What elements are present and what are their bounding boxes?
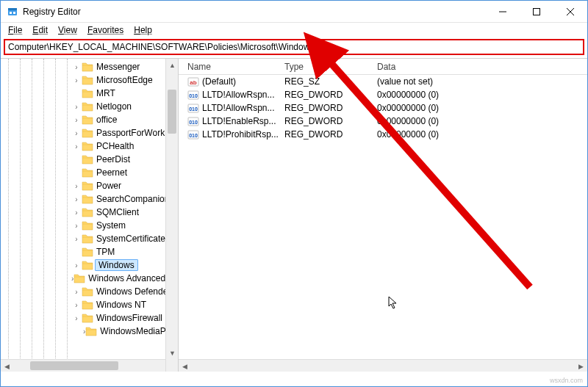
chevron-right-icon[interactable]: › (71, 63, 82, 71)
list-row[interactable]: 010LLTD!ProhibitRsp...REG_DWORD0x0000000… (179, 128, 587, 141)
close-button[interactable] (553, 1, 587, 22)
value-name-cell: 010LLTD!ProhibitRsp... (183, 129, 280, 140)
tree-item[interactable]: Peernet (1, 166, 178, 179)
tree-item[interactable]: ›SQMClient (1, 206, 178, 219)
svg-text:010: 010 (189, 106, 198, 112)
value-data-cell: 0x00000000 (0) (373, 90, 587, 100)
menubar: File Edit View Favorites Help (1, 23, 587, 37)
scroll-down-icon[interactable]: ▼ (166, 347, 179, 359)
chevron-right-icon[interactable]: › (71, 195, 82, 203)
tree-item[interactable]: TPM (1, 245, 178, 258)
tree: ›Messenger›MicrosoftEdgeMRT›Netlogon›off… (1, 59, 178, 338)
chevron-right-icon[interactable]: › (71, 261, 82, 270)
tree-item-label: WindowsFirewall (95, 313, 164, 323)
svg-text:010: 010 (189, 120, 198, 125)
chevron-right-icon[interactable]: › (71, 209, 82, 217)
chevron-right-icon[interactable]: › (71, 301, 82, 309)
list-scrollbar-horizontal[interactable]: ◀ ▶ (179, 359, 587, 372)
tree-item[interactable]: ›Power (1, 179, 178, 192)
folder-icon (82, 141, 93, 151)
tree-item[interactable]: PeerDist (1, 153, 178, 166)
chevron-right-icon[interactable]: › (71, 129, 82, 137)
tree-item-label: TPM (95, 247, 116, 257)
tree-item[interactable]: ›System (1, 219, 178, 232)
tree-item[interactable]: ›Netlogon (1, 100, 178, 113)
chevron-right-icon[interactable]: › (71, 76, 82, 84)
value-name-cell: 010LLTD!AllowRspn... (183, 89, 280, 101)
tree-item[interactable]: MRT (1, 87, 178, 100)
value-data-cell: 0x00000000 (0) (373, 103, 587, 113)
tree-item[interactable]: ›WindowsMediaPlayer (1, 325, 178, 338)
tree-item[interactable]: ›MicrosoftEdge (1, 73, 178, 87)
chevron-right-icon[interactable]: › (71, 314, 82, 322)
folder-icon (82, 247, 93, 257)
folder-icon (82, 101, 93, 112)
list-row[interactable]: 010LLTD!AllowRspn...REG_DWORD0x00000000 … (179, 101, 587, 115)
chevron-right-icon[interactable]: › (71, 288, 82, 296)
scroll-right-icon[interactable]: ▶ (575, 360, 587, 372)
list-row[interactable]: ab(Default)REG_SZ(value not set) (179, 75, 587, 88)
menu-view[interactable]: View (54, 23, 82, 37)
chevron-right-icon[interactable]: › (71, 142, 82, 151)
value-name-cell: 010LLTD!AllowRspn... (183, 102, 280, 114)
tree-scrollbar-vertical[interactable]: ▲ ▼ (165, 59, 178, 359)
tree-item[interactable]: ›PCHealth (1, 140, 178, 153)
cursor-icon (388, 296, 398, 309)
chevron-right-icon[interactable]: › (71, 235, 82, 243)
tree-item-label: SearchCompanion (95, 194, 171, 204)
tree-pane[interactable]: ›Messenger›MicrosoftEdgeMRT›Netlogon›off… (1, 59, 179, 372)
column-data[interactable]: Data (373, 62, 587, 72)
tree-item-label: Peernet (95, 167, 129, 178)
chevron-right-icon[interactable]: › (71, 222, 82, 230)
watermark: wsxdn.com (550, 377, 583, 384)
menu-edit[interactable]: Edit (28, 23, 52, 37)
folder-icon (82, 300, 93, 310)
addressbar[interactable]: Computer\HKEY_LOCAL_MACHINE\SOFTWARE\Pol… (4, 39, 584, 55)
folder-icon (82, 88, 93, 98)
scroll-thumb[interactable] (168, 90, 176, 134)
window-controls (486, 1, 587, 22)
tree-item[interactable]: ›Windows Advanced Threat Protection (1, 272, 178, 285)
list-row[interactable]: 010LLTD!EnableRsp...REG_DWORD0x00000000 … (179, 115, 587, 128)
tree-item[interactable]: ›Windows Defender (1, 285, 178, 298)
tree-item[interactable]: ›Messenger (1, 60, 178, 73)
folder-icon (82, 207, 93, 217)
list-pane[interactable]: Name Type Data ab(Default)REG_SZ(value n… (179, 59, 587, 372)
scroll-up-icon[interactable]: ▲ (166, 59, 179, 71)
tree-item[interactable]: ›WindowsFirewall (1, 311, 178, 325)
value-type-cell: REG_DWORD (280, 103, 373, 113)
tree-item[interactable]: ›Windows NT (1, 298, 178, 311)
column-name[interactable]: Name (183, 62, 280, 72)
folder-icon (82, 75, 93, 85)
column-type[interactable]: Type (280, 62, 373, 72)
menu-help[interactable]: Help (129, 23, 157, 37)
tree-item[interactable]: ›Windows (1, 258, 178, 272)
minimize-button[interactable] (486, 1, 520, 22)
scroll-left-icon[interactable]: ◀ (1, 360, 13, 372)
menu-favorites[interactable]: Favorites (83, 23, 128, 37)
chevron-right-icon[interactable]: › (71, 182, 82, 190)
value-name: (Default) (202, 76, 236, 87)
tree-item[interactable]: ›PassportForWork (1, 126, 178, 140)
tree-item[interactable]: ›SystemCertificates (1, 232, 178, 245)
tree-item-label: Windows (95, 259, 138, 271)
scroll-thumb-h[interactable] (30, 361, 118, 370)
value-name-cell: ab(Default) (183, 76, 280, 87)
scroll-left-icon[interactable]: ◀ (179, 360, 191, 372)
dword-value-icon: 010 (187, 102, 199, 114)
chevron-right-icon[interactable]: › (71, 103, 82, 111)
maximize-button[interactable] (520, 1, 553, 22)
list-header: Name Type Data (179, 59, 587, 75)
svg-rect-1 (8, 8, 17, 10)
folder-icon (82, 234, 93, 244)
tree-item-label: Power (95, 181, 123, 191)
list-row[interactable]: 010LLTD!AllowRspn...REG_DWORD0x00000000 … (179, 88, 587, 101)
tree-item[interactable]: ›SearchCompanion (1, 192, 178, 206)
folder-icon (82, 128, 93, 138)
tree-scrollbar-horizontal[interactable]: ◀ ▶ (1, 359, 178, 372)
value-name: LLTD!AllowRspn... (202, 90, 274, 100)
tree-item[interactable]: ›office (1, 113, 178, 126)
chevron-right-icon[interactable]: › (71, 116, 82, 124)
menu-file[interactable]: File (4, 23, 26, 37)
svg-text:010: 010 (189, 133, 198, 138)
